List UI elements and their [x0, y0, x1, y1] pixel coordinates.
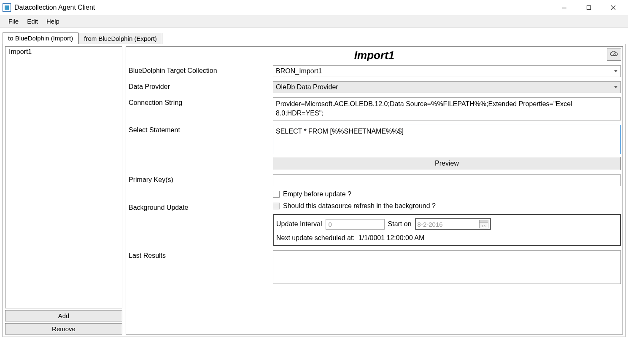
titlebar: Datacollection Agent Client	[0, 0, 628, 15]
menu-file[interactable]: File	[4, 16, 23, 27]
label-interval: Update Interval	[276, 220, 322, 228]
start-date-value: 8-2-2016	[418, 221, 443, 228]
primary-keys-input[interactable]	[273, 174, 621, 186]
left-panel: Import1 Add Remove	[5, 46, 122, 335]
empty-before-update-checkbox[interactable]: Empty before update ?	[273, 190, 621, 198]
label-provider: Data Provider	[128, 81, 273, 91]
list-item[interactable]: Import1	[5, 47, 122, 57]
remove-button[interactable]: Remove	[5, 323, 122, 335]
label-bg: Background Update	[128, 202, 273, 211]
target-collection-combo[interactable]	[273, 65, 621, 77]
bg-cb-label: Should this datasource refresh in the ba…	[283, 202, 436, 210]
next-update-prefix: Next update scheduled at:	[276, 234, 355, 241]
connection-string-input[interactable]	[273, 97, 621, 120]
menubar: File Edit Help	[0, 15, 628, 28]
label-start-on: Start on	[388, 220, 412, 228]
label-pk: Primary Key(s)	[128, 174, 273, 184]
menu-help[interactable]: Help	[42, 16, 64, 27]
window-title: Datacollection Agent Client	[14, 4, 95, 11]
tab-panel: Import1 Add Remove Import1 BlueDolphin T…	[3, 44, 625, 337]
checkbox-icon	[273, 203, 280, 209]
next-update-line: Next update scheduled at: 1/1/0001 12:00…	[276, 234, 617, 242]
svg-rect-1	[587, 5, 591, 9]
detail-title: Import1	[354, 49, 394, 62]
label-conn: Connection String	[128, 97, 273, 107]
import-list[interactable]: Import1	[5, 46, 122, 308]
start-on-datepicker[interactable]: 8-2-2016 15	[415, 218, 491, 230]
detail-panel: Import1 BlueDolphin Target Collection	[126, 46, 623, 335]
last-results-box	[273, 250, 621, 284]
maximize-button[interactable]	[577, 1, 601, 14]
select-statement-input[interactable]	[273, 125, 621, 154]
schedule-box: Update Interval Start on 8-2-2016 15 Nex…	[273, 214, 621, 246]
data-provider-combo[interactable]	[273, 81, 621, 93]
background-refresh-checkbox[interactable]: Should this datasource refresh in the ba…	[273, 202, 621, 210]
calendar-icon: 15	[479, 220, 488, 228]
label-select: Select Statement	[128, 125, 273, 134]
menu-edit[interactable]: Edit	[23, 16, 42, 27]
tabs-strip: to BlueDolphin (Import) from BlueDolphin…	[3, 32, 626, 44]
preview-button[interactable]: Preview	[273, 157, 621, 170]
refresh-button[interactable]	[607, 48, 621, 61]
close-button[interactable]	[601, 1, 625, 14]
app-icon	[3, 3, 11, 12]
label-target: BlueDolphin Target Collection	[128, 65, 273, 75]
tab-import[interactable]: to BlueDolphin (Import)	[3, 32, 78, 44]
next-update-value: 1/1/0001 12:00:00 AM	[358, 234, 425, 241]
empty-cb-label: Empty before update ?	[283, 190, 351, 198]
add-button[interactable]: Add	[5, 310, 122, 321]
checkbox-icon	[273, 191, 280, 198]
window-controls	[552, 1, 625, 14]
minimize-button[interactable]	[552, 1, 577, 14]
update-interval-input[interactable]	[326, 219, 385, 230]
label-last-results: Last Results	[128, 250, 273, 260]
tab-export[interactable]: from BlueDolphin (Export)	[78, 33, 162, 44]
cloud-refresh-icon	[610, 51, 618, 58]
